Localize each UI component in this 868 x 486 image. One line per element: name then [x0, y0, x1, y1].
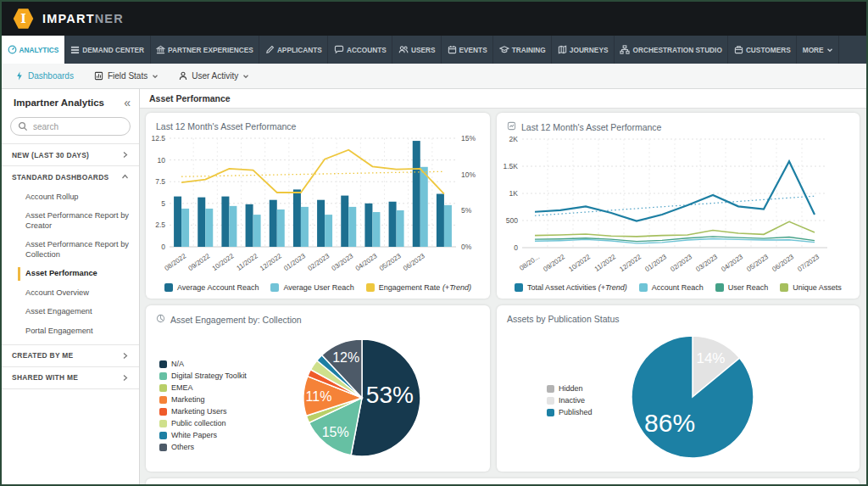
- svg-text:01/2023: 01/2023: [282, 252, 307, 272]
- sidebar-item-portal-engagement[interactable]: Portal Engagement: [25, 321, 131, 341]
- svg-text:04/2023: 04/2023: [720, 253, 744, 273]
- search-input[interactable]: [10, 117, 131, 136]
- subnav-dashboards[interactable]: Dashboards: [15, 71, 74, 81]
- sidebar-item-asset-engagement[interactable]: Asset Engagement: [25, 303, 131, 322]
- svg-text:09/2022: 09/2022: [542, 253, 566, 273]
- impartner-logo-icon[interactable]: I: [13, 8, 34, 30]
- legend-swatch: [270, 283, 279, 292]
- svg-text:7.5: 7.5: [155, 177, 165, 186]
- tab-users[interactable]: USERS: [392, 36, 442, 64]
- caret-down-icon: [242, 73, 249, 80]
- legend-swatch: [366, 283, 375, 292]
- legend-item-hidden: Hidden: [547, 384, 593, 393]
- svg-text:10/2022: 10/2022: [211, 252, 236, 272]
- svg-text:09/2022: 09/2022: [187, 252, 212, 272]
- svg-text:08/20...: 08/20...: [518, 253, 541, 272]
- chevron-right-icon: [121, 352, 129, 360]
- legend-item-average-user-reach: Average User Reach: [270, 283, 353, 292]
- tab-journeys[interactable]: JOURNEYS: [552, 36, 615, 64]
- svg-text:1K: 1K: [509, 189, 519, 198]
- legend-item-engagement-rate: Engagement Rate (+Trend): [366, 283, 471, 292]
- tab-accounts[interactable]: ACCOUNTS: [328, 36, 392, 64]
- svg-text:86%: 86%: [644, 409, 695, 437]
- svg-text:15%: 15%: [461, 134, 476, 142]
- sidebar-section-standard-dashboards[interactable]: STANDARD DASHBOARDS: [2, 166, 139, 187]
- card-asset-performance-bars: Last 12 Month's Asset Performance 02.557…: [146, 113, 490, 299]
- card-title-text: Last 12 Month's Asset Performance: [156, 121, 296, 131]
- legend-item-account-reach: Account Reach: [639, 283, 704, 292]
- tab-applicants[interactable]: APPLICANTS: [259, 36, 328, 64]
- sidebar-item-asset-performance-report-by-collection[interactable]: Asset Performance Report by Collection: [25, 236, 131, 265]
- training-icon: [499, 45, 509, 54]
- svg-text:15%: 15%: [322, 425, 349, 439]
- chevron-up-icon: [121, 173, 129, 181]
- svg-text:10/2022: 10/2022: [567, 253, 592, 273]
- legend-swatch: [159, 372, 167, 380]
- svg-text:12%: 12%: [332, 350, 359, 365]
- tab-partner-experiences[interactable]: PARTNER EXPERIENCES: [151, 36, 260, 64]
- sidebar-item-account-overview[interactable]: Account Overview: [25, 283, 131, 303]
- legend-swatch: [515, 283, 523, 292]
- divider: [2, 388, 139, 389]
- legend-swatch: [159, 408, 167, 416]
- status-pie-chart: 14%86%: [629, 333, 756, 461]
- pie-icon: [156, 314, 165, 325]
- tab-events[interactable]: EVENTS: [442, 36, 493, 64]
- subnav-user-activity[interactable]: User Activity: [179, 71, 249, 81]
- svg-text:02/2023: 02/2023: [669, 253, 693, 273]
- gauge-icon: [8, 45, 17, 54]
- sidebar-item-account-rollup[interactable]: Account Rollup: [25, 187, 131, 207]
- sub-nav: DashboardsField StatsUser Activity: [2, 64, 866, 89]
- svg-text:11/2022: 11/2022: [235, 252, 259, 272]
- briefcase-icon: [734, 45, 743, 54]
- chat-icon: [334, 45, 344, 54]
- page-title: Asset Performance: [140, 89, 866, 109]
- legend-item-marketing-users: Marketing Users: [159, 407, 247, 416]
- sidebar-title: Impartner Analytics: [14, 98, 104, 108]
- tab-customers[interactable]: CUSTOMERS: [728, 36, 797, 64]
- legend-item-inactive: Inactive: [547, 396, 593, 405]
- svg-text:06/2023: 06/2023: [402, 252, 426, 272]
- trend-box-icon: [507, 121, 516, 132]
- legend-swatch: [159, 384, 167, 392]
- nav-tabs: ANALYTICSDEMAND CENTERPARTNER EXPERIENCE…: [2, 36, 866, 64]
- svg-text:05/2023: 05/2023: [745, 253, 770, 273]
- sidebar-item-asset-performance[interactable]: Asset Performance: [25, 265, 131, 284]
- sidebar-item-asset-performance-report-by-creator[interactable]: Asset Performance Report by Creator: [25, 207, 131, 236]
- svg-text:12/2022: 12/2022: [259, 252, 283, 272]
- sidebar-section-created-by-me[interactable]: CREATED BY ME: [2, 345, 139, 366]
- tab-orchestration-studio[interactable]: ORCHESTRATION STUDIO: [615, 36, 728, 64]
- legend-item-total-asset-activities: Total Asset Activities (+Trend): [515, 283, 627, 292]
- collapse-sidebar-icon[interactable]: «: [124, 98, 131, 108]
- line-chart: 05001K1.5K2K08/20...09/202210/202211/202…: [497, 132, 846, 273]
- svg-text:03/2023: 03/2023: [331, 252, 355, 272]
- svg-text:03/2023: 03/2023: [694, 253, 719, 273]
- bank-icon: [156, 45, 165, 54]
- legend-item-marketing: Marketing: [159, 395, 247, 404]
- flow-icon: [620, 45, 630, 54]
- pencil-icon: [265, 45, 275, 54]
- legend-swatch: [159, 444, 167, 451]
- legend-item-emea: EMEA: [159, 383, 247, 392]
- rows-icon: [70, 45, 80, 54]
- sidebar-section-new-last-30-days[interactable]: NEW (LAST 30 DAYS): [2, 144, 139, 165]
- sidebar-section-shared-with-me[interactable]: SHARED WITH ME: [2, 367, 139, 388]
- legend-swatch: [159, 360, 167, 368]
- card-title-text: Asset Engagement by: Collection: [170, 315, 302, 325]
- svg-text:05/2023: 05/2023: [378, 252, 403, 272]
- combo-chart: 02.557.51012.50%5%10%15%08/202209/202210…: [146, 131, 487, 272]
- svg-text:0: 0: [161, 243, 165, 251]
- svg-text:12/2022: 12/2022: [618, 253, 643, 273]
- tab-training[interactable]: TRAINING: [493, 36, 552, 64]
- legend-item-user-reach: User Reach: [715, 283, 769, 292]
- tab-more[interactable]: MORE: [797, 36, 839, 64]
- legend-item-published: Published: [547, 408, 593, 416]
- legend-item-digital-strategy-toolkit: Digital Strategy Toolkit: [159, 371, 247, 380]
- svg-text:07/2023: 07/2023: [796, 253, 821, 273]
- svg-text:01/2023: 01/2023: [643, 253, 668, 273]
- tab-analytics[interactable]: ANALYTICS: [2, 36, 65, 64]
- tab-demand-center[interactable]: DEMAND CENTER: [65, 36, 151, 64]
- subnav-field-stats[interactable]: Field Stats: [94, 71, 159, 81]
- chartbox-icon: [94, 71, 103, 81]
- sidebar-search: [10, 117, 131, 136]
